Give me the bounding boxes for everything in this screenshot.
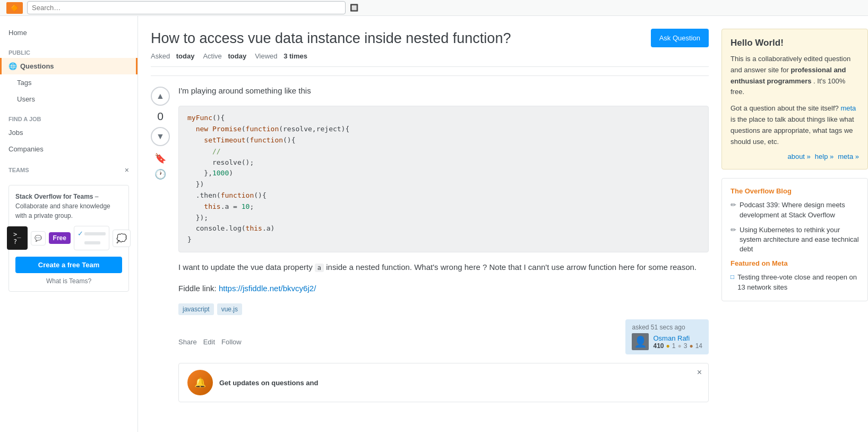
- teams-box: Stack Overflow for Teams – Collaborate a…: [8, 185, 129, 292]
- tag-vuejs[interactable]: vue.js: [217, 303, 242, 315]
- edit-link[interactable]: Edit: [203, 338, 215, 346]
- code-line-6: },1000): [187, 168, 700, 179]
- sidebar-item-tags[interactable]: Tags: [0, 74, 137, 91]
- checklist-icon: ✓ ✓: [74, 226, 109, 250]
- hello-world-box: Hello World! This is a collaboratively e…: [721, 29, 868, 170]
- featured-item-1: □ Testing three-vote close and reopen on…: [731, 273, 859, 292]
- what-is-teams-link[interactable]: What is Teams?: [15, 277, 122, 285]
- vote-count: 0: [157, 110, 164, 123]
- code-line-3: setTimeout(function(){: [187, 135, 700, 146]
- code-block: myFunc(){ new Promise(function(resolve,r…: [178, 106, 709, 252]
- badge-bronze-dot: ●: [689, 342, 693, 350]
- meta-link[interactable]: meta: [840, 104, 856, 112]
- hello-world-title: Hello World!: [731, 38, 859, 48]
- upvote-button[interactable]: ▲: [151, 87, 170, 106]
- question-meta: Asked today Active today Viewed 3 times: [151, 52, 709, 67]
- teams-title-bold: Stack Overflow for Teams: [15, 193, 93, 200]
- fiddle-url-link[interactable]: https://jsfiddle.net/bkvcy6j2/: [219, 284, 316, 293]
- right-sidebar: Hello World! This is a collaboratively e…: [709, 29, 868, 432]
- sidebar-item-users[interactable]: Users: [0, 91, 137, 107]
- bookmark-icon[interactable]: 🔖: [154, 153, 166, 164]
- share-link[interactable]: Share: [178, 338, 197, 346]
- sidebar-item-companies[interactable]: Companies: [0, 141, 137, 157]
- meta-link2[interactable]: meta »: [838, 153, 859, 160]
- sidebar-item-questions[interactable]: 🌐 Questions: [0, 58, 137, 74]
- code-line-7: }): [187, 179, 700, 190]
- question-title: How to access vue data instance inside n…: [151, 29, 642, 48]
- blog-item-2: ✏ Using Kubernetes to rethink your syste…: [731, 225, 859, 255]
- notification-close-icon[interactable]: ×: [697, 368, 702, 377]
- hello-world-links: about » help » meta »: [731, 153, 859, 160]
- question-title-row: How to access vue data instance inside n…: [151, 29, 709, 48]
- user-details: Osman Rafi 410 ● 1 ● 3 ●: [653, 334, 702, 350]
- sidebar-item-home[interactable]: Home: [0, 24, 137, 41]
- question-body: I'm playing around something like this m…: [178, 84, 709, 402]
- active-meta: Active today: [203, 52, 246, 60]
- user-card: asked 51 secs ago 👤 Osman Rafi: [625, 319, 709, 354]
- code-line-4: //: [187, 146, 700, 157]
- top-bar: 🔶 🔲: [0, 0, 868, 16]
- site-logo[interactable]: 🔶: [6, 2, 23, 14]
- actions-row: Share Edit Follow: [178, 338, 242, 346]
- sidebar-section-findajob: FIND A JOB: [0, 107, 137, 124]
- top-bar-actions: 🔲: [350, 4, 358, 12]
- chat-bubble: 💬: [31, 231, 46, 245]
- viewed-value: 3 times: [283, 52, 307, 60]
- follow-link[interactable]: Follow: [221, 338, 242, 346]
- blog-title: The Overflow Blog: [731, 187, 859, 195]
- code-line-12: }: [187, 234, 700, 245]
- badge-gold-dot: ●: [666, 342, 670, 350]
- teams-header: TEAMS ×: [0, 157, 137, 176]
- sidebar: Home PUBLIC 🌐 Questions Tags Users FIND …: [0, 16, 138, 432]
- notification-icon: 🔔: [187, 370, 213, 395]
- pencil-icon-1: ✏: [731, 200, 736, 210]
- about-link[interactable]: about »: [787, 153, 810, 160]
- notification-text: Get updates on questions and: [219, 379, 318, 387]
- sidebar-section-public: PUBLIC: [0, 41, 137, 58]
- question-bottom: Share Edit Follow asked 51 secs ago 👤: [178, 319, 709, 354]
- tag-javascript[interactable]: javascript: [178, 303, 214, 315]
- code-line-11: console.log(this.a): [187, 223, 700, 234]
- code-line-2: new Promise(function(resolve,reject){: [187, 124, 700, 135]
- viewed-meta: Viewed 3 times: [255, 52, 307, 60]
- teams-section-label: TEAMS: [8, 167, 29, 173]
- code-line-9: this.a = 10;: [187, 201, 700, 213]
- notification-bar: 🔔 Get updates on questions and ×: [178, 363, 709, 402]
- page-wrapper: 🔶 🔲 Home PUBLIC 🌐 Questions Tags Users F…: [0, 0, 868, 432]
- content-inner: How to access vue data instance inside n…: [138, 16, 868, 432]
- teams-description: Stack Overflow for Teams – Collaborate a…: [15, 192, 122, 221]
- question-divider: [151, 75, 709, 76]
- history-icon[interactable]: 🕐: [154, 168, 166, 180]
- hello-world-text2: Got a question about the site itself? me…: [731, 103, 859, 147]
- top-icon-1: 🔲: [350, 4, 358, 12]
- user-card-info: 👤 Osman Rafi 410 ● 1: [632, 333, 702, 350]
- active-value: today: [228, 52, 246, 60]
- globe-icon: 🌐: [8, 62, 17, 70]
- sidebar-item-jobs[interactable]: Jobs: [0, 124, 137, 141]
- message-icon: 💭: [113, 230, 131, 247]
- asked-value: today: [176, 52, 195, 60]
- create-free-team-button[interactable]: Create a free Team: [15, 257, 122, 273]
- search-input[interactable]: [27, 1, 346, 14]
- downvote-button[interactable]: ▼: [151, 127, 170, 146]
- user-rep: 410: [653, 342, 664, 350]
- teams-close-icon[interactable]: ×: [125, 166, 129, 174]
- help-link[interactable]: help »: [815, 153, 833, 160]
- question-intro-text: I'm playing around something like this: [178, 84, 709, 97]
- code-line-1: myFunc(){: [187, 113, 700, 124]
- question-body-text: I want to update the vue data property a…: [178, 261, 709, 274]
- user-name[interactable]: Osman Rafi: [653, 334, 702, 342]
- overflow-blog-box: The Overflow Blog ✏ Podcast 339: Where d…: [721, 178, 868, 301]
- blog-item-1: ✏ Podcast 339: Where design meets develo…: [731, 200, 859, 219]
- ask-question-button[interactable]: Ask Question: [651, 29, 709, 47]
- code-line-5: resolve();: [187, 157, 700, 168]
- badge-gold-count: 1: [672, 342, 676, 350]
- teams-promo-image: >_ ? 💬 Free ✓ ✓ 💭: [15, 226, 122, 250]
- code-line-8: .then(function(){: [187, 190, 700, 201]
- question-area: ▲ 0 ▼ 🔖 🕐 I'm playing around something l…: [151, 84, 709, 402]
- free-badge: Free: [49, 232, 71, 244]
- featured-icon-1: □: [731, 273, 734, 282]
- logo-icon: 🔶: [11, 4, 19, 12]
- badge-silver-dot: ●: [677, 342, 681, 350]
- inline-code-a: a: [315, 264, 324, 272]
